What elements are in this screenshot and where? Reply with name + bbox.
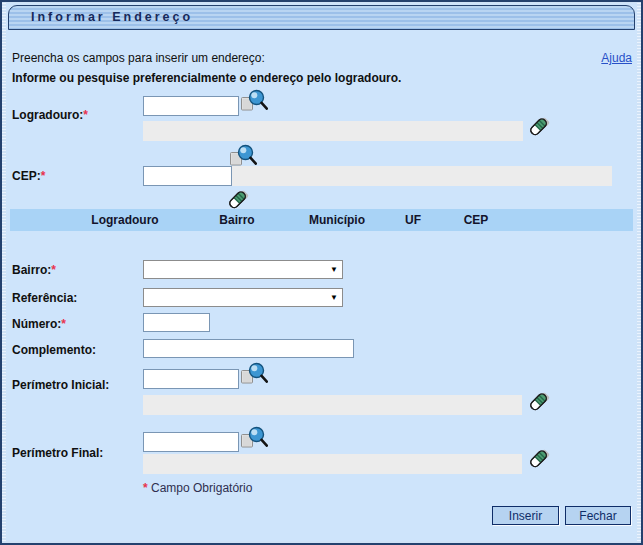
fechar-button[interactable]: Fechar xyxy=(565,506,631,525)
help-link[interactable]: Ajuda xyxy=(601,51,632,65)
chevron-down-icon: ▼ xyxy=(330,294,338,302)
logradouro-label: Logradouro:* xyxy=(12,108,88,122)
bairro-label: Bairro:* xyxy=(12,263,56,277)
column-header-cep: CEP xyxy=(464,213,489,227)
instruction-text: Preencha os campos para inserir um ender… xyxy=(12,51,265,65)
complemento-input[interactable] xyxy=(143,339,354,358)
required-asterisk: * xyxy=(143,481,148,495)
column-header-municipio: Município xyxy=(309,213,365,227)
required-asterisk: * xyxy=(83,108,88,122)
referencia-label: Referência: xyxy=(12,291,77,305)
perimetro-final-input[interactable] xyxy=(143,432,239,452)
required-asterisk: * xyxy=(41,169,46,183)
perimetro-final-display-bar xyxy=(143,454,522,474)
numero-input[interactable] xyxy=(143,313,210,332)
perimetro-inicial-label: Perímetro Inicial: xyxy=(12,378,109,392)
cep-input[interactable] xyxy=(143,166,232,186)
logradouro-search-icon[interactable] xyxy=(240,89,268,113)
perimetro-final-search-icon[interactable] xyxy=(240,426,268,450)
informar-endereco-dialog: Informar Endereço Preencha os campos par… xyxy=(0,0,643,545)
referencia-select[interactable]: ▼ xyxy=(143,288,343,307)
required-asterisk: * xyxy=(61,317,66,331)
perimetro-inicial-eraser-icon[interactable] xyxy=(525,389,551,415)
complemento-label: Complemento: xyxy=(12,343,96,357)
logradouro-input[interactable] xyxy=(143,96,239,116)
logradouro-eraser-icon[interactable] xyxy=(525,114,551,140)
numero-label: Número:* xyxy=(12,317,66,331)
bairro-select[interactable]: ▼ xyxy=(143,260,343,279)
perimetro-inicial-input[interactable] xyxy=(143,369,239,389)
title-bar: Informar Endereço xyxy=(8,5,635,30)
note-text: Informe ou pesquise preferencialmente o … xyxy=(12,71,401,85)
chevron-down-icon: ▼ xyxy=(330,266,338,274)
column-header-logradouro: Logradouro xyxy=(91,213,158,227)
column-header-bairro: Bairro xyxy=(219,213,254,227)
required-asterisk: * xyxy=(51,263,56,277)
perimetro-final-label: Perímetro Final: xyxy=(12,446,103,460)
perimetro-inicial-search-icon[interactable] xyxy=(240,362,268,386)
page-title: Informar Endereço xyxy=(9,10,193,24)
cep-display-bar xyxy=(232,166,612,186)
results-table-header: Logradouro Bairro Município UF CEP xyxy=(10,209,633,231)
inserir-button[interactable]: Inserir xyxy=(492,506,559,525)
required-field-note: * Campo Obrigatório xyxy=(143,481,252,495)
perimetro-final-eraser-icon[interactable] xyxy=(525,446,551,472)
cep-search-icon[interactable] xyxy=(229,144,257,168)
column-header-uf: UF xyxy=(405,213,421,227)
logradouro-display-bar xyxy=(143,121,523,141)
cep-label: CEP:* xyxy=(12,169,45,183)
perimetro-inicial-display-bar xyxy=(143,395,522,415)
